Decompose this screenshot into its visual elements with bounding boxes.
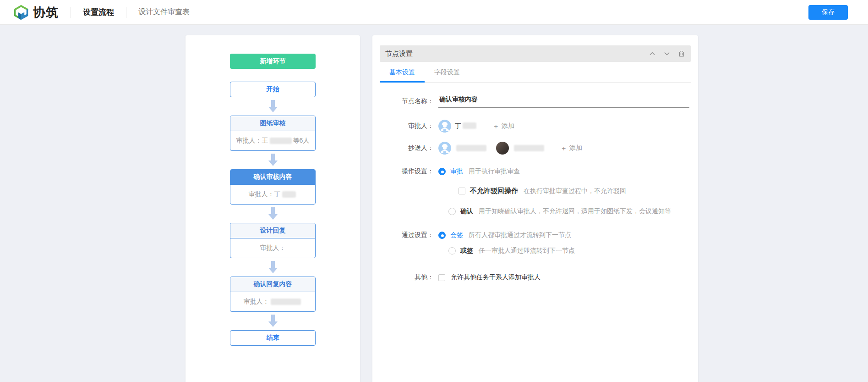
flow-node-assignees: 审批人：王等6人 [230, 131, 315, 150]
move-up-icon[interactable] [649, 50, 656, 57]
option-countersign[interactable]: 会签 [450, 231, 463, 239]
node-settings-panel: 节点设置 基本设置 字段设 [372, 35, 698, 382]
option-approve[interactable]: 审批 [450, 167, 463, 176]
add-step-button[interactable]: 新增环节 [230, 54, 316, 69]
flow-node-assignees: 审批人： [230, 292, 315, 311]
cc-label: 抄送人： [390, 144, 434, 152]
save-button[interactable]: 保存 [808, 5, 848, 20]
radio-confirm[interactable] [448, 208, 456, 215]
operation-settings-label: 操作设置： [390, 167, 434, 176]
flow-node-title: 确认回复内容 [230, 277, 315, 292]
radio-countersign-all[interactable] [438, 232, 446, 239]
tab-field-settings[interactable]: 字段设置 [425, 62, 469, 82]
pass-settings-label: 通过设置： [390, 231, 434, 239]
cc-name [455, 144, 488, 152]
top-bar: 协筑 设置流程 设计文件审查表 保存 [0, 0, 868, 25]
flow-node-design-reply[interactable]: 设计回复 审批人： [230, 223, 316, 258]
breadcrumb-form-name: 设计文件审查表 [138, 7, 190, 17]
cc-chip [496, 142, 546, 155]
add-approver-button[interactable]: ＋ 添加 [492, 122, 514, 131]
option-or-sign-desc: 任一审批人通过即流转到下一节点 [479, 247, 575, 255]
option-no-reject[interactable]: 不允许驳回操作 [470, 187, 518, 195]
default-avatar-icon [438, 142, 451, 155]
photo-avatar [496, 142, 509, 155]
app-logo: 协筑 [13, 4, 59, 21]
option-no-reject-desc: 在执行审批审查过程中，不允许驳回 [524, 187, 626, 195]
add-cc-button[interactable]: ＋ 添加 [560, 144, 582, 153]
flow-arrow-down-icon [268, 100, 278, 112]
option-or-sign[interactable]: 或签 [460, 247, 473, 255]
flow-arrow-down-icon [268, 207, 278, 220]
node-name-input[interactable] [438, 96, 689, 108]
checkbox-allow-stakeholders[interactable] [438, 274, 445, 281]
settings-tabs: 基本设置 字段设置 [380, 62, 691, 83]
flow-node-title: 确认审核内容 [230, 170, 315, 185]
logo-cube-icon [13, 4, 29, 21]
other-label: 其他： [390, 273, 434, 282]
cc-chip [438, 142, 488, 155]
panel-title: 节点设置 [385, 50, 413, 58]
nav-divider [126, 7, 126, 18]
flow-node-assignees: 审批人：丁 [230, 185, 315, 204]
default-avatar-icon [438, 120, 451, 133]
radio-approve[interactable] [438, 168, 446, 175]
move-down-icon[interactable] [663, 50, 671, 57]
redacted-name [456, 145, 486, 151]
redacted-name [271, 299, 301, 305]
plus-icon: ＋ [492, 122, 499, 131]
basic-settings-form: 节点名称： 审批人： [380, 95, 691, 282]
redacted-name [270, 138, 292, 144]
plus-icon: ＋ [560, 144, 567, 153]
flow-node-start[interactable]: 开始 [230, 82, 316, 97]
nav-divider [71, 7, 71, 18]
option-allow-stakeholders[interactable]: 允许其他任务干系人添加审批人 [451, 273, 540, 282]
option-countersign-desc: 所有人都审批通过才流转到下一节点 [469, 231, 571, 239]
flow-node-title: 设计回复 [230, 223, 315, 238]
flow-arrow-down-icon [268, 315, 278, 327]
logo-text: 协筑 [33, 4, 59, 21]
node-name-label: 节点名称： [390, 95, 434, 105]
delete-node-icon[interactable] [678, 50, 685, 57]
redacted-name [282, 191, 296, 198]
flow-node-end[interactable]: 结束 [230, 330, 316, 346]
flow-diagram-panel: 新增环节 开始 图纸审核 审批人：王等6人 确认审核内容 审批人：丁 设计回复 … [186, 35, 360, 382]
nav-item-flow-setup[interactable]: 设置流程 [83, 7, 114, 17]
option-confirm-desc: 用于知晓确认审批人，不允许退回，适用于如图纸下发，会议通知等 [479, 207, 671, 216]
redacted-name [463, 122, 476, 129]
flow-node-confirm-review[interactable]: 确认审核内容 审批人：丁 [230, 169, 316, 205]
approver-name: 丁 [455, 122, 478, 130]
flow-node-drawing-review[interactable]: 图纸审核 审批人：王等6人 [230, 116, 316, 151]
option-confirm[interactable]: 确认 [460, 207, 473, 216]
flow-node-title: 图纸审核 [230, 116, 315, 131]
option-approve-desc: 用于执行审批审查 [469, 167, 520, 176]
cc-name [513, 144, 546, 152]
flow-node-assignees: 审批人： [230, 238, 315, 258]
flow-node-confirm-reply[interactable]: 确认回复内容 审批人： [230, 277, 316, 312]
flow-arrow-down-icon [268, 154, 278, 166]
tab-basic-settings[interactable]: 基本设置 [380, 62, 425, 82]
approver-label: 审批人： [390, 122, 434, 130]
redacted-name [514, 145, 544, 151]
checkbox-no-reject[interactable] [459, 188, 465, 194]
node-settings-header: 节点设置 [380, 45, 691, 62]
approver-chip: 丁 [438, 120, 478, 133]
radio-or-sign[interactable] [448, 247, 456, 255]
flow-arrow-down-icon [268, 261, 278, 273]
